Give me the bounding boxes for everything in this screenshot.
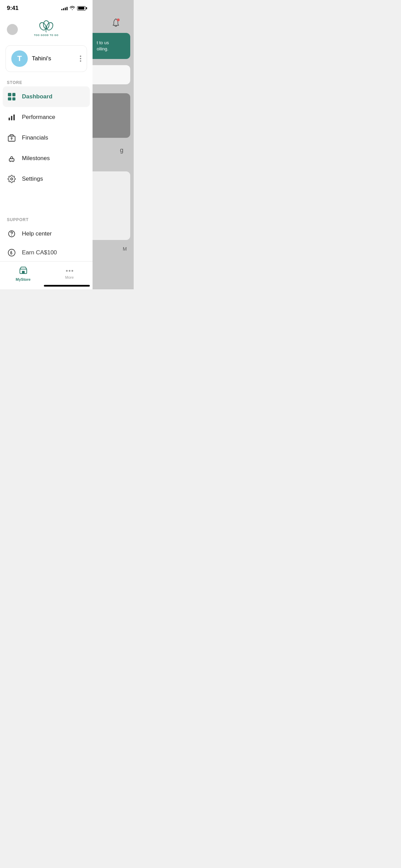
sidebar-item-milestones[interactable]: Milestones [0, 148, 93, 169]
svg-point-3 [45, 22, 54, 32]
help-center-icon [7, 229, 16, 239]
sidebar-item-financials[interactable]: Financials [0, 128, 93, 148]
performance-label: Performance [22, 114, 55, 121]
status-icons [61, 5, 86, 11]
svg-rect-13 [22, 271, 25, 274]
wifi-icon [70, 5, 75, 11]
sidebar-item-performance[interactable]: Performance [0, 107, 93, 128]
support-section-label: SUPPORT [0, 215, 93, 224]
financials-icon [7, 133, 16, 143]
battery-icon [77, 6, 86, 11]
account-avatar: T [11, 50, 28, 67]
notification-bell-background [111, 18, 123, 30]
teal-banner-text: t to usolling. [97, 40, 109, 52]
account-card[interactable]: T Tahini's [5, 45, 87, 72]
app-logo: TOO GOOD TO GO [29, 19, 63, 40]
settings-icon [7, 174, 16, 184]
earn-label: Earn CA$100 [22, 249, 57, 256]
status-time: 9:41 [7, 5, 19, 12]
svg-point-15 [66, 270, 68, 272]
help-center-label: Help center [22, 230, 52, 237]
sidebar-item-earn[interactable]: Earn CA$100 [0, 244, 93, 261]
milestones-icon [7, 154, 16, 163]
svg-point-9 [11, 178, 13, 180]
mystore-tab-label: MyStore [16, 277, 31, 281]
dashboard-label: Dashboard [22, 93, 52, 100]
settings-label: Settings [22, 176, 43, 182]
dashboard-icon [7, 92, 16, 101]
svg-rect-6 [11, 116, 12, 120]
status-bar: 9:41 [0, 0, 93, 14]
bg-text-g: g [120, 147, 123, 154]
svg-point-0 [117, 19, 120, 21]
logo-area: TOO GOOD TO GO [0, 14, 93, 45]
svg-rect-8 [9, 159, 14, 161]
navigation-drawer: 9:41 [0, 0, 93, 289]
store-section-label: STORE [0, 77, 93, 86]
svg-text:TOO GOOD TO GO: TOO GOOD TO GO [34, 34, 58, 36]
performance-icon [7, 112, 16, 122]
earn-icon [7, 248, 16, 257]
svg-rect-5 [9, 118, 10, 120]
mystore-tab-icon [19, 266, 28, 276]
account-more-button[interactable] [80, 56, 81, 62]
tab-mystore[interactable]: MyStore [0, 262, 46, 289]
svg-point-17 [71, 270, 73, 272]
more-tab-label: More [65, 275, 74, 279]
home-indicator [44, 285, 90, 287]
sidebar-item-dashboard[interactable]: Dashboard [3, 86, 90, 107]
sidebar-item-help-center[interactable]: Help center [0, 224, 93, 244]
signal-icon [61, 6, 68, 10]
financials-label: Financials [22, 134, 48, 141]
milestones-label: Milestones [22, 155, 50, 162]
account-name: Tahini's [32, 55, 76, 62]
svg-rect-7 [13, 114, 15, 120]
back-circle [7, 24, 18, 35]
sidebar-item-settings[interactable]: Settings [0, 169, 93, 189]
svg-point-11 [11, 235, 12, 236]
svg-point-16 [69, 270, 70, 272]
more-tab-icon [65, 268, 74, 274]
spacer [0, 189, 93, 215]
bg-bottom-label: M [123, 246, 127, 252]
